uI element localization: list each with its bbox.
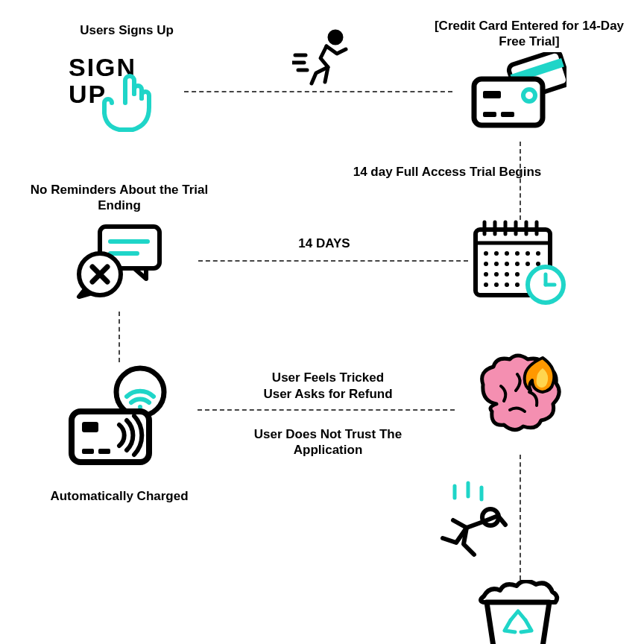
svg-rect-12 — [501, 112, 514, 117]
svg-point-29 — [505, 262, 509, 266]
trash-icon — [473, 580, 563, 644]
svg-point-38 — [494, 282, 499, 287]
label-refund: User Asks for Refund — [224, 386, 432, 402]
label-no-trust: User Does Not Trust The Application — [224, 426, 432, 458]
svg-point-21 — [484, 251, 488, 256]
svg-point-2 — [329, 31, 341, 43]
svg-point-26 — [536, 251, 540, 256]
svg-point-25 — [525, 251, 530, 256]
connector-card-to-calendar — [520, 142, 521, 220]
svg-rect-54 — [82, 449, 94, 454]
signup-icon: SIGN UP — [67, 49, 164, 146]
connector-reminders-to-charged — [119, 312, 120, 362]
svg-rect-55 — [98, 449, 110, 454]
svg-point-36 — [515, 272, 520, 277]
svg-point-30 — [515, 262, 520, 266]
credit-card-icon — [470, 52, 566, 134]
svg-text:UP: UP — [69, 80, 107, 108]
svg-point-32 — [536, 262, 540, 266]
svg-point-37 — [484, 282, 488, 287]
label-signup: Users Signs Up — [45, 22, 209, 38]
label-no-reminders: No Reminders About the Trial Ending — [22, 182, 216, 214]
svg-point-31 — [525, 262, 530, 266]
svg-point-28 — [494, 262, 499, 266]
svg-point-34 — [494, 272, 499, 277]
svg-point-40 — [515, 282, 520, 287]
connector-calendar-to-reminders — [198, 260, 468, 262]
svg-rect-53 — [82, 422, 98, 432]
svg-point-24 — [515, 251, 520, 256]
svg-point-23 — [505, 251, 509, 256]
connector-brain-to-trash — [520, 455, 521, 580]
svg-point-35 — [505, 272, 509, 277]
label-tricked: User Feels Tricked — [224, 370, 432, 385]
svg-point-27 — [484, 262, 488, 266]
no-reminder-icon — [75, 221, 164, 303]
label-14-days: 14 DAYS — [250, 236, 399, 251]
brain-fire-icon — [474, 352, 571, 449]
calendar-icon — [471, 218, 568, 307]
payment-icon — [67, 365, 171, 470]
connector-charged-to-brain — [198, 409, 455, 411]
running-icon — [292, 27, 359, 94]
svg-point-33 — [484, 272, 488, 277]
svg-rect-11 — [483, 112, 496, 117]
label-auto-charged: Automatically Charged — [26, 488, 212, 504]
svg-point-22 — [494, 251, 499, 256]
label-credit-card: [Credit Card Entered for 14-Day Free Tri… — [432, 18, 626, 50]
label-trial-begins: 14 day Full Access Trial Begins — [350, 164, 544, 180]
svg-point-39 — [505, 282, 509, 287]
falling-person-icon — [432, 479, 514, 561]
svg-rect-9 — [483, 91, 501, 98]
